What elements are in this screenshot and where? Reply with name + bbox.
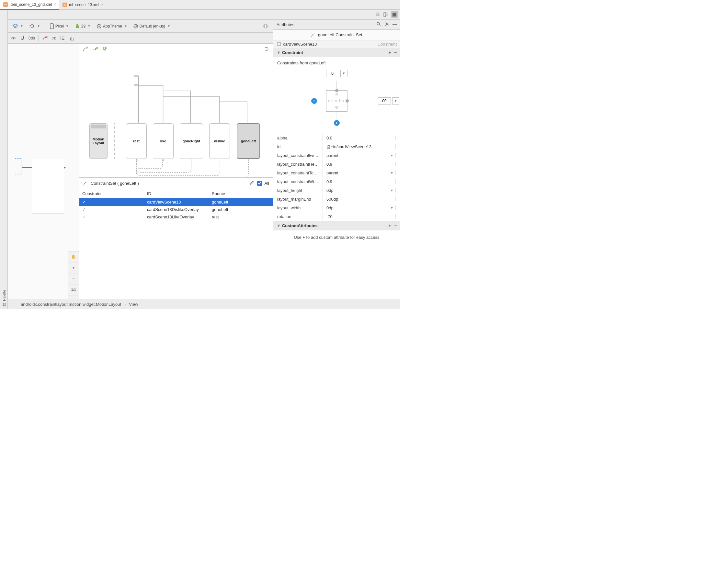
chevron-down-icon[interactable]: ▼ — [389, 189, 395, 192]
table-header-row: Constraint ID Source — [79, 189, 273, 198]
attribute-value-cell[interactable]: 600dp — [323, 195, 399, 203]
state-like[interactable]: like — [153, 123, 174, 159]
layers-icon — [12, 23, 18, 29]
attribute-row[interactable]: layout_height0dp▼ — [274, 186, 399, 195]
right-margin-input[interactable] — [378, 97, 391, 105]
minimize-icon[interactable]: — — [392, 22, 397, 28]
theme-picker[interactable]: AppTheme ▼ — [95, 22, 129, 30]
infer-constraints-icon[interactable] — [51, 35, 57, 41]
top-margin-dropdown[interactable]: ▼ — [340, 70, 347, 77]
state-goneRight[interactable]: goneRight — [180, 123, 203, 159]
device-picker[interactable]: Pixel ▼ — [48, 22, 71, 30]
attribute-row[interactable]: layout_constraintEnd_t...parent▼ — [274, 152, 399, 160]
all-checkbox[interactable] — [257, 181, 262, 186]
attribute-value-cell[interactable]: 0.0 — [323, 134, 399, 142]
clear-constraints-icon[interactable] — [42, 35, 48, 41]
default-margin[interactable]: 0dp — [28, 36, 35, 40]
chevron-down-icon[interactable]: ▼ — [389, 206, 395, 210]
close-icon[interactable]: × — [101, 3, 103, 7]
state-goneLeft[interactable]: goneLeft — [237, 123, 260, 159]
preview-cardview[interactable] — [32, 159, 64, 214]
all-label: All — [265, 181, 269, 186]
attribute-row[interactable]: layout_marginEnd600dp — [274, 195, 399, 203]
motion-diagram[interactable]: Motion Layout rest like goneRight dislik… — [79, 55, 273, 178]
editor-columns: ▼ ▼ Pixel ▼ 29 ▼ — [8, 20, 400, 309]
svg-rect-3 — [3, 303, 4, 305]
add-custom-attr-icon[interactable]: + — [389, 223, 391, 228]
attribute-flag — [395, 188, 396, 193]
table-row[interactable]: ✓ cardScene13LikeOverlay rest — [79, 213, 273, 221]
add-transition-icon[interactable] — [92, 46, 98, 52]
attribute-row[interactable]: rotation-70 — [274, 213, 399, 221]
add-click-icon[interactable] — [102, 46, 108, 52]
svg-rect-21 — [134, 84, 139, 86]
attribute-row[interactable]: alpha0.0 — [274, 134, 399, 142]
attribute-value-cell[interactable]: @+id/cardViewScene13 — [323, 143, 399, 151]
attribute-value-cell[interactable]: -70 — [323, 213, 399, 221]
orientation-toggle[interactable]: ▼ — [27, 22, 42, 30]
cycle-icon[interactable] — [264, 46, 270, 53]
breadcrumb-item[interactable]: androidx.constraintlayout.motion.widget.… — [21, 302, 121, 307]
table-row[interactable]: ✓ cardScene13DislikeOverlay goneLeft — [79, 206, 273, 213]
align-icon[interactable] — [60, 35, 66, 41]
state-dislike[interactable]: dislike — [209, 123, 230, 159]
motionlayout-node[interactable]: Motion Layout — [89, 123, 108, 159]
constraint-section-header[interactable]: ▼ Constraint + − — [273, 48, 400, 57]
preview-selection — [15, 158, 21, 175]
add-constraint-icon[interactable]: + — [389, 50, 391, 55]
viewmode-toolbar — [8, 10, 400, 20]
attribute-row[interactable]: layout_constraintTop_t...parent▼ — [274, 169, 399, 177]
top-margin-input[interactable] — [326, 70, 339, 77]
eye-icon[interactable] — [10, 35, 16, 41]
attribute-row[interactable]: id@+id/cardViewScene13 — [274, 143, 399, 151]
viewmode-code-icon[interactable] — [374, 11, 381, 18]
guideline-icon[interactable] — [69, 35, 75, 41]
element-icon — [277, 42, 281, 46]
tab-ml-scene-13[interactable]: <> ml_scene_13.xml × — [59, 0, 107, 10]
add-constraintset-icon[interactable] — [82, 46, 88, 52]
zoom-fit-button[interactable]: 1:1 — [68, 284, 79, 295]
add-left-constraint[interactable]: + — [311, 98, 317, 104]
api-picker[interactable]: 29 ▼ — [73, 22, 93, 30]
gear-icon[interactable] — [384, 22, 389, 28]
close-icon[interactable]: × — [54, 2, 56, 7]
zoom-in-button[interactable]: + — [68, 263, 79, 274]
magnet-icon[interactable] — [19, 35, 25, 41]
attribute-row[interactable]: layout_constraintHeig...0.9 — [274, 160, 399, 168]
palette-tab[interactable]: Palette — [1, 10, 7, 309]
attribute-row[interactable]: layout_width0dp▼ — [274, 204, 399, 212]
warnings-button[interactable] — [261, 22, 270, 30]
viewmode-split-icon[interactable] — [382, 11, 390, 18]
chevron-down-icon[interactable]: ▼ — [389, 171, 395, 175]
custom-attributes-section[interactable]: ▼ CustomAttributes + − — [273, 221, 400, 231]
constraint-widget[interactable]: ⟰ ⟱ ⊩⊢⊩ ⊩⊢⊩ + + — [273, 69, 400, 133]
attribute-value-cell[interactable]: parent▼ — [323, 152, 399, 160]
phone-icon — [50, 23, 54, 29]
remove-constraint-icon[interactable]: − — [394, 50, 397, 55]
right-margin-dropdown[interactable]: ▼ — [392, 97, 399, 105]
attribute-flag — [395, 206, 396, 210]
remove-custom-attr-icon[interactable]: − — [394, 223, 397, 228]
component-tree-tab[interactable]: Component Tree — [0, 230, 1, 309]
attribute-value-cell[interactable]: parent▼ — [323, 169, 399, 177]
zoom-out-button[interactable]: − — [68, 274, 79, 284]
attribute-value-cell[interactable]: 0.9 — [323, 160, 399, 168]
attribute-value-cell[interactable]: 0dp▼ — [323, 204, 399, 212]
breadcrumb-item[interactable]: View — [129, 302, 138, 307]
chevron-down-icon[interactable]: ▼ — [389, 154, 395, 157]
search-icon[interactable] — [376, 22, 381, 28]
attribute-value-cell[interactable]: 0.9 — [323, 178, 399, 186]
pan-button[interactable]: ✋ — [68, 252, 79, 263]
add-bottom-constraint[interactable]: + — [334, 120, 340, 126]
attribute-row[interactable]: layout_constraintWidt...0.9 — [274, 178, 399, 186]
attribute-value-cell[interactable]: 0dp▼ — [323, 186, 399, 195]
surface-toggle[interactable]: ▼ — [10, 22, 25, 30]
state-rest[interactable]: rest — [126, 123, 147, 159]
device-preview[interactable]: ✋ + − 1:1 ⛶ — [8, 44, 79, 309]
viewmode-design-icon[interactable] — [391, 11, 398, 18]
edit-icon[interactable] — [249, 180, 255, 186]
constraint-box[interactable]: ⟰ ⟱ ⊩⊢⊩ ⊩⊢⊩ — [326, 90, 347, 112]
locale-picker[interactable]: Default (en-us) ▼ — [131, 22, 172, 30]
table-row[interactable]: ✓ cardViewScene13 goneLeft — [79, 198, 273, 206]
tab-item-scene-13[interactable]: <> item_scene_13_grid.xml × — [0, 0, 59, 10]
